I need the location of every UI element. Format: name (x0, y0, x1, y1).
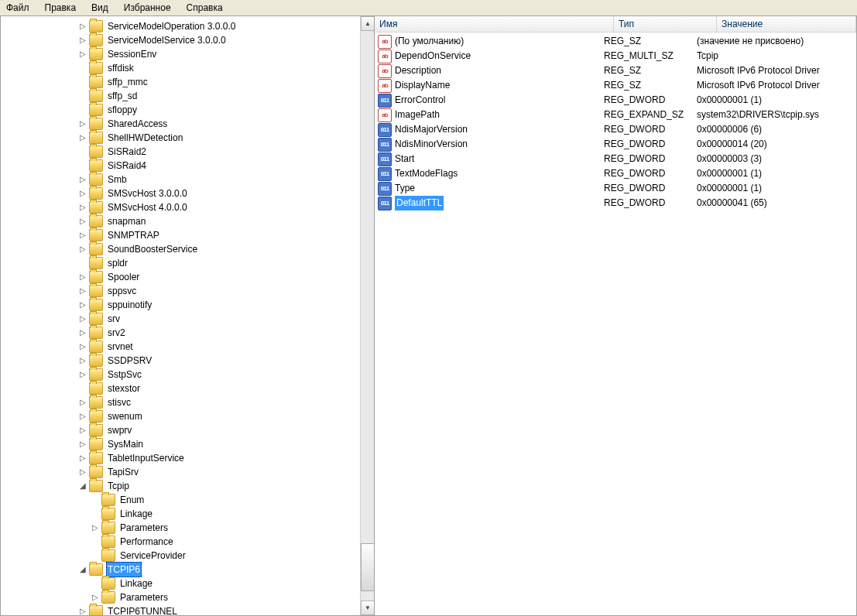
expand-icon[interactable]: ▷ (78, 398, 87, 407)
column-header-type[interactable]: Тип (614, 16, 717, 32)
tree-item[interactable]: ▷Linkage (4, 577, 360, 590)
expand-icon[interactable]: ▷ (78, 342, 87, 351)
tree-item[interactable]: ▷SSDPSRV (4, 354, 360, 368)
tree-item[interactable]: ▷sfloppy (4, 103, 360, 117)
expand-icon[interactable]: ▷ (78, 453, 87, 463)
tree-item[interactable]: ▷SessionEnv (4, 47, 360, 61)
tree-item[interactable]: ▷TCPIP6TUNNEL (4, 604, 360, 615)
list-row[interactable]: 011TextModeFlagsREG_DWORD0x00000001 (1) (375, 166, 856, 181)
expand-icon[interactable]: ▷ (78, 467, 87, 477)
expand-icon[interactable]: ▷ (78, 300, 87, 310)
expand-icon[interactable]: ▷ (78, 22, 87, 31)
list-row[interactable]: 011TypeREG_DWORD0x00000001 (1) (375, 181, 856, 196)
tree-item[interactable]: ▷Performance (4, 535, 360, 549)
tree-item[interactable]: ▷Linkage (4, 507, 360, 521)
tree-item[interactable]: ▷ServiceModelOperation 3.0.0.0 (4, 19, 360, 33)
tree-item[interactable]: ▷stexstor (4, 382, 360, 395)
tree-item[interactable]: ◢TCPIP6 (4, 563, 360, 577)
list-row[interactable]: 011StartREG_DWORD0x00000003 (3) (375, 152, 856, 166)
expand-icon[interactable]: ▷ (78, 217, 87, 226)
expand-icon[interactable]: ▷ (91, 523, 100, 532)
list-row[interactable]: abDescriptionREG_SZMicrosoft IPv6 Protoc… (375, 63, 856, 78)
menu-view[interactable]: Вид (88, 0, 111, 15)
tree-item[interactable]: ▷SstpSvc (4, 368, 360, 382)
tree-item[interactable]: ▷stisvc (4, 395, 360, 409)
tree-item[interactable]: ▷sffp_mmc (4, 75, 360, 89)
scroll-down-button[interactable]: ▼ (361, 601, 374, 615)
expand-icon[interactable]: ▷ (78, 245, 87, 254)
tree-item[interactable]: ▷sffdisk (4, 61, 360, 75)
expand-icon[interactable]: ▷ (78, 314, 87, 323)
scroll-up-button[interactable]: ▲ (361, 16, 374, 31)
expand-icon[interactable]: ▷ (91, 593, 100, 602)
tree-item[interactable]: ▷swenum (4, 409, 360, 423)
tree-item[interactable]: ▷SiSRaid2 (4, 145, 360, 159)
tree-item[interactable]: ▷ShellHWDetection (4, 131, 360, 145)
tree-item[interactable]: ◢Tcpip (4, 479, 360, 493)
expand-icon[interactable]: ▷ (78, 175, 87, 184)
list-row[interactable]: abDependOnServiceREG_MULTI_SZTcpip (375, 49, 856, 63)
tree-item[interactable]: ▷sffp_sd (4, 89, 360, 103)
tree-item[interactable]: ▷spldr (4, 256, 360, 270)
expand-icon[interactable]: ▷ (78, 203, 87, 212)
column-header-value[interactable]: Значение (717, 16, 856, 32)
column-header-name[interactable]: Имя (375, 16, 614, 32)
list-row[interactable]: 011DefaultTTLREG_DWORD0x00000041 (65) (375, 196, 856, 210)
tree-item[interactable]: ▷srv2 (4, 326, 360, 340)
list-row[interactable]: abImagePathREG_EXPAND_SZsystem32\DRIVERS… (375, 108, 856, 122)
expand-icon[interactable]: ▷ (78, 426, 87, 435)
tree-item[interactable]: ▷SMSvcHost 4.0.0.0 (4, 200, 360, 214)
list-row[interactable]: 011ErrorControlREG_DWORD0x00000001 (1) (375, 93, 856, 108)
expand-icon[interactable]: ▷ (78, 133, 87, 142)
tree-item[interactable]: ▷TabletInputService (4, 451, 360, 465)
tree-item[interactable]: ▷sppsvc (4, 284, 360, 298)
menu-edit[interactable]: Правка (42, 0, 80, 15)
tree-item[interactable]: ▷SoundBoosterService (4, 242, 360, 256)
tree-item[interactable]: ▷Parameters (4, 521, 360, 535)
menu-help[interactable]: Справка (183, 0, 226, 15)
expand-icon[interactable]: ▷ (78, 119, 87, 128)
tree-item[interactable]: ▷srv (4, 312, 360, 326)
collapse-icon[interactable]: ◢ (78, 481, 87, 491)
tree-item[interactable]: ▷SharedAccess (4, 117, 360, 131)
expand-icon[interactable]: ▷ (78, 412, 87, 421)
tree-item[interactable]: ▷swprv (4, 423, 360, 437)
tree-item[interactable]: ▷TapiSrv (4, 465, 360, 479)
scroll-track[interactable] (361, 591, 374, 601)
tree-item[interactable]: ▷Smb (4, 173, 360, 187)
expand-icon[interactable]: ▷ (78, 356, 87, 365)
tree-item[interactable]: ▷ServiceProvider (4, 549, 360, 563)
tree-item[interactable]: ▷SMSvcHost 3.0.0.0 (4, 187, 360, 200)
menu-file[interactable]: Файл (3, 0, 33, 15)
expand-icon[interactable]: ▷ (78, 607, 87, 615)
tree-item[interactable]: ▷SNMPTRAP (4, 228, 360, 242)
expand-icon[interactable]: ▷ (78, 328, 87, 337)
expand-icon[interactable]: ▷ (78, 50, 87, 59)
tree-item[interactable]: ▷Parameters (4, 590, 360, 604)
registry-tree[interactable]: ▷ServiceModelOperation 3.0.0.0▷ServiceMo… (1, 19, 360, 615)
tree-item[interactable]: ▷snapman (4, 214, 360, 228)
expand-icon[interactable]: ▷ (78, 272, 87, 282)
list-row[interactable]: ab(По умолчанию)REG_SZ(значение не присв… (375, 34, 856, 49)
expand-icon[interactable]: ▷ (78, 440, 87, 449)
expand-icon[interactable]: ▷ (78, 189, 87, 198)
tree-item[interactable]: ▷Enum (4, 493, 360, 507)
tree-item[interactable]: ▷SiSRaid4 (4, 159, 360, 173)
list-row[interactable]: abDisplayNameREG_SZMicrosoft IPv6 Protoc… (375, 78, 856, 93)
tree-item[interactable]: ▷Spooler (4, 270, 360, 284)
menu-favorites[interactable]: Избранное (121, 0, 174, 15)
scroll-thumb[interactable] (361, 543, 374, 591)
expand-icon[interactable]: ▷ (78, 370, 87, 379)
collapse-icon[interactable]: ◢ (78, 565, 87, 574)
expand-icon[interactable]: ▷ (78, 231, 87, 240)
list-row[interactable]: 011NdisMajorVersionREG_DWORD0x00000006 (… (375, 122, 856, 137)
list-row[interactable]: 011NdisMinorVersionREG_DWORD0x00000014 (… (375, 137, 856, 152)
tree-item[interactable]: ▷SysMain (4, 437, 360, 451)
tree-item[interactable]: ▷ServiceModelService 3.0.0.0 (4, 33, 360, 47)
tree-item[interactable]: ▷sppuinotify (4, 298, 360, 312)
values-list[interactable]: ab(По умолчанию)REG_SZ(значение не присв… (375, 33, 856, 615)
scroll-track[interactable] (361, 31, 374, 543)
expand-icon[interactable]: ▷ (78, 286, 87, 296)
expand-icon[interactable]: ▷ (78, 36, 87, 45)
tree-scrollbar[interactable]: ▲ ▼ (360, 16, 374, 615)
